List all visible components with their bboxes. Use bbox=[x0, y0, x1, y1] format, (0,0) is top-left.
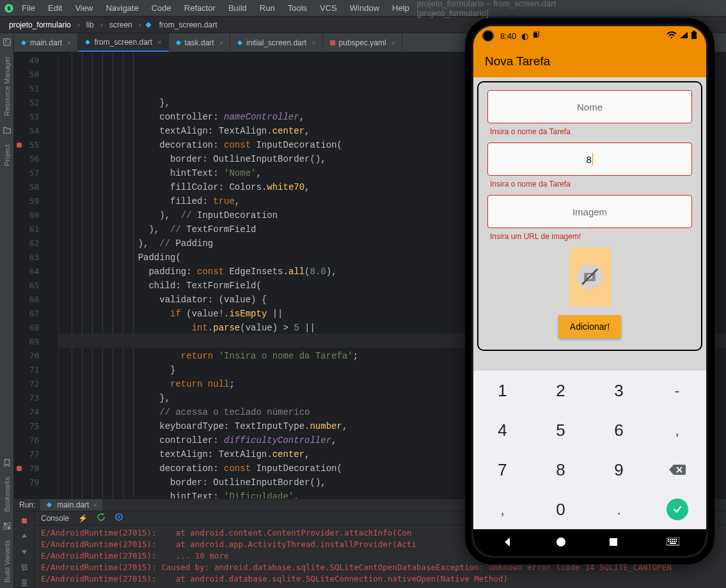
build-variants-icon[interactable] bbox=[2, 521, 12, 531]
project-icon[interactable] bbox=[2, 125, 12, 135]
svg-rect-12 bbox=[533, 33, 537, 38]
close-icon[interactable]: × bbox=[391, 39, 395, 47]
close-icon[interactable]: × bbox=[93, 501, 97, 509]
camera-cutout bbox=[482, 30, 494, 42]
breadcrumb-file[interactable]: from_screen.dart bbox=[155, 19, 221, 31]
chevron-right-icon: › bbox=[77, 20, 80, 29]
tool-bookmarks[interactable]: Bookmarks bbox=[3, 472, 11, 517]
status-copy-icon bbox=[532, 31, 540, 41]
tab-initial-screen-dart[interactable]: initial_screen.dart × bbox=[230, 33, 323, 52]
key-minus[interactable]: - bbox=[648, 371, 706, 410]
menu-refactor[interactable]: Refactor bbox=[179, 2, 221, 14]
key-comma-sep[interactable]: , bbox=[648, 410, 706, 450]
key-done[interactable] bbox=[648, 490, 706, 529]
tab-pubspec-yaml[interactable]: pubspec.yaml × bbox=[323, 33, 402, 52]
resource-manager-icon[interactable] bbox=[2, 37, 12, 47]
key-backspace[interactable] bbox=[648, 450, 706, 490]
svg-rect-32 bbox=[674, 541, 675, 542]
key-6[interactable]: 6 bbox=[590, 410, 648, 450]
field-hint: Imagem bbox=[572, 206, 607, 217]
menu-run[interactable]: Run bbox=[255, 2, 280, 14]
tab-main-dart[interactable]: main.dart × bbox=[14, 33, 78, 52]
tab-label: task.dart bbox=[185, 38, 214, 47]
tab-label: pubspec.yaml bbox=[339, 38, 386, 47]
menu-view[interactable]: View bbox=[70, 2, 98, 14]
svg-rect-1 bbox=[8, 6, 10, 10]
nav-keyboard-icon[interactable] bbox=[667, 538, 679, 548]
svg-rect-30 bbox=[670, 541, 671, 542]
svg-rect-7 bbox=[7, 527, 10, 529]
rerun-button[interactable] bbox=[19, 515, 30, 527]
add-button[interactable]: Adicionar! bbox=[558, 315, 621, 338]
key-4[interactable]: 4 bbox=[473, 410, 532, 450]
close-icon[interactable]: × bbox=[219, 39, 223, 47]
nav-home-icon[interactable] bbox=[555, 536, 567, 550]
name-field[interactable]: Nome bbox=[487, 90, 692, 123]
tool-resource-manager[interactable]: Resource Manager bbox=[3, 51, 11, 121]
breadcrumb-project[interactable]: projeto_formulario bbox=[5, 19, 75, 31]
menu-window[interactable]: Window bbox=[345, 2, 384, 14]
svg-rect-22 bbox=[610, 538, 617, 546]
menu-vcs[interactable]: VCS bbox=[315, 2, 342, 14]
run-up-icon[interactable] bbox=[19, 530, 30, 542]
key-comma[interactable]: , bbox=[473, 490, 532, 529]
wifi-icon bbox=[667, 31, 677, 41]
left-tool-strip: Resource Manager Project Bookmarks Build… bbox=[0, 33, 14, 588]
console-tab[interactable]: Console bbox=[41, 514, 69, 523]
android-studio-logo bbox=[4, 3, 14, 14]
tool-project[interactable]: Project bbox=[3, 139, 11, 171]
key-0[interactable]: 0 bbox=[532, 490, 590, 529]
close-icon[interactable]: × bbox=[157, 38, 161, 46]
key-3[interactable]: 3 bbox=[590, 371, 648, 410]
devtools-icon[interactable] bbox=[114, 513, 123, 523]
wrap-icon[interactable] bbox=[19, 561, 30, 573]
breadcrumb-segment[interactable]: lib bbox=[83, 19, 98, 31]
key-7[interactable]: 7 bbox=[473, 450, 532, 490]
svg-rect-6 bbox=[3, 527, 6, 529]
field-hint: Nome bbox=[577, 102, 603, 112]
menu-tools[interactable]: Tools bbox=[283, 2, 312, 14]
tab-label: main.dart bbox=[30, 38, 62, 47]
gutter[interactable]: 4950515253545556575859606162636465666768… bbox=[14, 52, 59, 499]
reload-icon[interactable] bbox=[97, 513, 106, 523]
signal-icon bbox=[679, 31, 688, 41]
key-9[interactable]: 9 bbox=[590, 450, 648, 490]
svg-rect-26 bbox=[672, 539, 673, 540]
key-5[interactable]: 5 bbox=[532, 410, 590, 450]
menu-help[interactable]: Help bbox=[387, 2, 414, 14]
key-2[interactable]: 2 bbox=[532, 371, 590, 410]
close-icon[interactable]: × bbox=[312, 39, 315, 47]
svg-rect-33 bbox=[675, 541, 677, 542]
difficulty-field[interactable]: 8 bbox=[487, 143, 692, 176]
menu-build[interactable]: Build bbox=[223, 2, 252, 14]
tab-from-screen-dart[interactable]: from_screen.dart × bbox=[78, 33, 168, 52]
nav-recents-icon[interactable] bbox=[608, 537, 619, 549]
menu-code[interactable]: Code bbox=[146, 2, 177, 14]
menu-file[interactable]: File bbox=[17, 2, 40, 14]
run-down-icon[interactable] bbox=[19, 546, 30, 557]
lightning-icon[interactable]: ⚡ bbox=[78, 514, 88, 523]
status-bar: 8:40 ◐ bbox=[473, 26, 706, 45]
scroll-to-end-icon[interactable] bbox=[19, 576, 30, 588]
run-config-tab[interactable]: main.dart × bbox=[40, 499, 102, 511]
breadcrumb-segment[interactable]: screen bbox=[106, 19, 136, 31]
key-dot[interactable]: . bbox=[590, 490, 648, 529]
svg-rect-27 bbox=[674, 539, 675, 540]
key-1[interactable]: 1 bbox=[473, 371, 532, 410]
key-8[interactable]: 8 bbox=[532, 450, 590, 490]
android-nav-bar bbox=[473, 529, 706, 556]
image-field[interactable]: Imagem bbox=[487, 195, 692, 228]
svg-rect-9 bbox=[22, 518, 27, 523]
menu-navigate[interactable]: Navigate bbox=[100, 2, 143, 14]
tab-task-dart[interactable]: task.dart × bbox=[169, 33, 230, 52]
run-label: Run: bbox=[19, 500, 35, 509]
svg-rect-8 bbox=[330, 40, 335, 45]
emulator-window[interactable]: 8:40 ◐ Nova Tarefa bbox=[465, 18, 714, 564]
close-icon[interactable]: × bbox=[67, 39, 71, 47]
menu-edit[interactable]: Edit bbox=[43, 2, 67, 14]
bookmarks-icon[interactable] bbox=[2, 458, 12, 468]
form-body: Nome Insira o nome da Tarefa 8 Insira o … bbox=[473, 77, 706, 371]
svg-rect-5 bbox=[7, 523, 10, 525]
nav-back-icon[interactable] bbox=[501, 536, 514, 550]
tool-build-variants[interactable]: Build Variants bbox=[3, 535, 11, 588]
